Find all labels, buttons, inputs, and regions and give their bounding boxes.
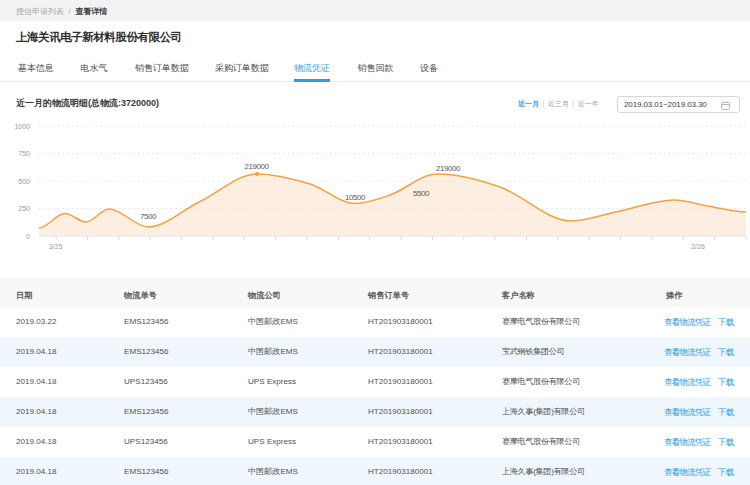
svg-text:219000: 219000 xyxy=(436,164,461,173)
svg-text:0: 0 xyxy=(26,233,30,240)
svg-text:7500: 7500 xyxy=(140,212,157,221)
svg-text:219000: 219000 xyxy=(245,162,270,171)
svg-text:750: 750 xyxy=(18,150,30,157)
svg-text:250: 250 xyxy=(18,205,30,212)
svg-text:1000: 1000 xyxy=(14,123,30,130)
svg-text:3/25: 3/25 xyxy=(49,243,63,250)
svg-text:500: 500 xyxy=(18,178,30,185)
svg-text:5500: 5500 xyxy=(413,189,430,198)
svg-text:10500: 10500 xyxy=(345,193,366,202)
svg-text:2/26: 2/26 xyxy=(691,243,705,250)
